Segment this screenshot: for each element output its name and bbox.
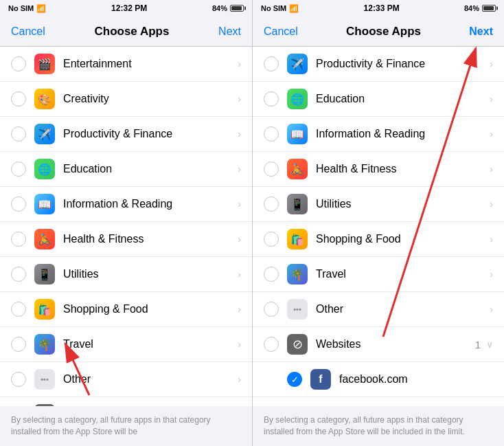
label-websites-right: Websites [316, 338, 475, 350]
chevron-education: › [238, 164, 241, 175]
list-item-productivity-right[interactable]: ✈️ Productivity & Finance › [253, 47, 504, 82]
chevron-education-right: › [490, 93, 493, 104]
list-item-reading[interactable]: 📖 Information & Reading › [0, 187, 252, 222]
label-other: Other [63, 373, 235, 386]
radio-other[interactable] [11, 372, 26, 387]
list-item-shopping-right[interactable]: 🛍️ Shopping & Food › [253, 222, 504, 257]
list-item-other[interactable]: ••• Other › [0, 362, 252, 397]
battery-icon-right [482, 5, 496, 12]
nav-title-left: Choose Apps [94, 25, 169, 38]
list-item-creativity[interactable]: 🎨 Creativity › [0, 82, 252, 117]
icon-shopping-right: 🛍️ [287, 229, 308, 249]
list-item-productivity[interactable]: ✈️ Productivity & Finance › [0, 117, 252, 152]
nav-bar-right: Cancel Choose Apps Next [253, 16, 504, 47]
chevron-travel-right: › [490, 269, 493, 280]
list-item-travel[interactable]: 🌴 Travel › [0, 327, 252, 362]
radio-health-right[interactable] [264, 161, 279, 177]
expand-websites-right[interactable]: ∨ [486, 339, 493, 350]
list-item-utilities[interactable]: 📱 Utilities › [0, 257, 252, 292]
radio-reading[interactable] [11, 197, 26, 212]
chevron-other: › [238, 374, 241, 385]
radio-productivity[interactable] [11, 126, 26, 142]
wifi-icon-right: 📶 [289, 4, 299, 13]
facebook-icon: f [310, 369, 331, 390]
no-sim-label: No SIM [8, 4, 34, 12]
label-other-right: Other [316, 303, 487, 315]
next-button-right[interactable]: Next [469, 25, 493, 38]
list-item-reading-right[interactable]: 📖 Information & Reading › [253, 117, 504, 152]
radio-education[interactable] [11, 161, 26, 177]
label-education-right: Education [316, 93, 487, 105]
status-bar-left: No SIM 📶 12:32 PM 84% [0, 0, 252, 16]
label-reading-right: Information & Reading [316, 128, 487, 140]
cancel-button-right[interactable]: Cancel [264, 25, 298, 38]
icon-reading-right: 📖 [287, 124, 308, 144]
radio-creativity[interactable] [11, 91, 26, 107]
radio-travel[interactable] [11, 337, 26, 352]
radio-productivity-right[interactable] [264, 56, 279, 71]
icon-travel: 🌴 [34, 334, 55, 355]
label-health-right: Health & Fitness [316, 163, 487, 175]
radio-travel-right[interactable] [264, 267, 279, 282]
list-item-entertainment[interactable]: 🎬 Entertainment › [0, 47, 252, 82]
list-item-other-right[interactable]: ••• Other › [253, 292, 504, 327]
cancel-button-left[interactable]: Cancel [11, 25, 45, 38]
icon-health-right: 🚴 [287, 159, 308, 179]
icon-reading: 📖 [34, 194, 55, 214]
battery-area-left: 84% [212, 4, 244, 12]
list-item-education-right[interactable]: 🌐 Education › [253, 82, 504, 117]
radio-other-right[interactable] [264, 302, 279, 317]
label-creativity: Creativity [63, 93, 235, 105]
radio-shopping-right[interactable] [264, 232, 279, 247]
list-item-health[interactable]: 🚴 Health & Fitness › [0, 222, 252, 257]
icon-productivity: ✈️ [34, 124, 55, 144]
list-item-utilities-right[interactable]: 📱 Utilities › [253, 187, 504, 222]
battery-icon-left [230, 5, 244, 12]
chevron-shopping: › [238, 304, 241, 315]
left-phone-screen: No SIM 📶 12:32 PM 84% Cancel Choose Apps… [0, 0, 252, 446]
list-item-websites[interactable]: ⊘ Websites ∨ [0, 397, 252, 406]
nav-title-right: Choose Apps [346, 25, 421, 38]
radio-shopping[interactable] [11, 302, 26, 317]
radio-reading-right[interactable] [264, 126, 279, 142]
wifi-icon: 📶 [36, 4, 46, 13]
label-reading: Information & Reading [63, 198, 235, 210]
radio-education-right[interactable] [264, 91, 279, 107]
list-item-shopping[interactable]: 🛍️ Shopping & Food › [0, 292, 252, 327]
label-health: Health & Fitness [63, 233, 235, 245]
label-travel: Travel [63, 338, 235, 350]
radio-utilities[interactable] [11, 267, 26, 282]
chevron-utilities: › [238, 269, 241, 280]
nav-bar-left: Cancel Choose Apps Next [0, 16, 252, 47]
icon-education: 🌐 [34, 159, 55, 179]
chevron-productivity: › [238, 129, 241, 140]
time-left: 12:32 PM [111, 3, 147, 13]
list-item-travel-right[interactable]: 🌴 Travel › [253, 257, 504, 292]
chevron-travel: › [238, 339, 241, 350]
status-bar-left-info: No SIM 📶 [8, 4, 46, 13]
list-item-websites-right[interactable]: ⊘ Websites 1 ∨ [253, 327, 504, 362]
label-productivity: Productivity & Finance [63, 128, 235, 140]
chevron-reading-right: › [490, 129, 493, 140]
radio-health[interactable] [11, 232, 26, 247]
chevron-health: › [238, 234, 241, 245]
list-item-health-right[interactable]: 🚴 Health & Fitness › [253, 152, 504, 187]
list-item-education[interactable]: 🌐 Education › [0, 152, 252, 187]
radio-utilities-right[interactable] [264, 197, 279, 212]
icon-shopping: 🛍️ [34, 299, 55, 320]
facebook-item[interactable]: ✓ f facebook.com [253, 362, 504, 397]
radio-entertainment[interactable] [11, 56, 26, 71]
no-sim-label-right: No SIM [261, 4, 286, 12]
footer-right: By selecting a category, all future apps… [253, 406, 504, 446]
label-shopping-right: Shopping & Food [316, 233, 487, 245]
next-button-left[interactable]: Next [218, 25, 241, 38]
chevron-shopping-right: › [490, 234, 493, 245]
footer-left: By selecting a category, all future apps… [0, 406, 252, 446]
battery-percent-right: 84% [464, 4, 479, 12]
label-utilities: Utilities [63, 268, 235, 280]
label-entertainment: Entertainment [63, 58, 235, 70]
icon-entertainment: 🎬 [34, 54, 55, 74]
radio-websites-right[interactable] [264, 337, 279, 352]
add-website-right[interactable]: Add Website [253, 397, 504, 406]
check-facebook[interactable]: ✓ [287, 372, 302, 387]
